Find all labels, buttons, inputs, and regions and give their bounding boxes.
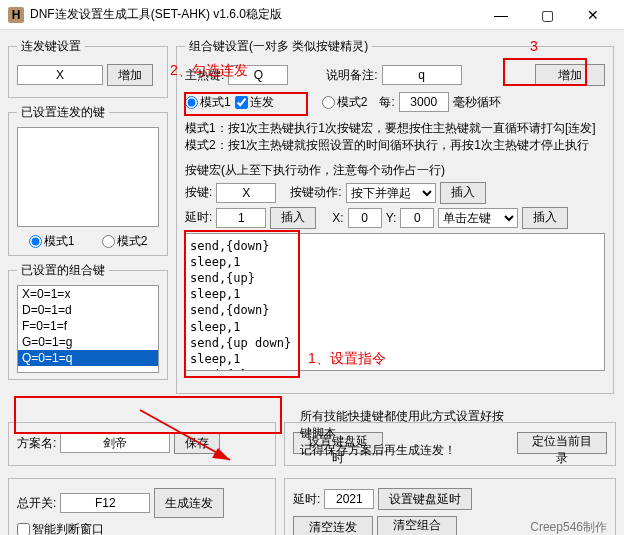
group-combo-title: 已设置的组合键 (17, 262, 109, 279)
list-item[interactable]: X=0=1=x (18, 286, 158, 302)
macro-label: 按键宏(从上至下执行动作，注意每个动作占一行) (185, 162, 605, 179)
group-hotkey: 连发键设置 增加 (8, 38, 168, 98)
year-input[interactable] (324, 489, 374, 509)
main-key-label: 主热键: (185, 67, 224, 84)
list-item[interactable]: G=0=1=g (18, 334, 158, 350)
group-right-bottom1: 设置键盘延时 定位当前目录 (284, 422, 616, 466)
key-input[interactable] (216, 183, 276, 203)
group-combo-keys: 已设置的组合键 X=0=1=xD=0=1=dF=0=1=fG=0=1=gQ=0=… (8, 262, 168, 380)
group-set-keys: 已设置连发的键 模式1 模式2 (8, 104, 168, 256)
generate-button[interactable]: 生成连发 (154, 488, 224, 518)
bottom-delay-label: 延时: (293, 491, 320, 508)
x-input[interactable] (348, 208, 382, 228)
hotkey-input[interactable] (17, 65, 103, 85)
list-item[interactable]: D=0=1=d (18, 302, 158, 318)
radio-combo-mode1[interactable]: 模式1 (185, 94, 231, 111)
save-button[interactable]: 保存 (174, 432, 220, 454)
group-hotkey-title: 连发键设置 (17, 38, 85, 55)
clear-repeat-button[interactable]: 清空连发 (293, 516, 373, 535)
insert-click-button[interactable]: 插入 (522, 207, 568, 229)
list-item[interactable]: F=0=1=f (18, 318, 158, 334)
insert-action-button[interactable]: 插入 (440, 182, 486, 204)
minimize-button[interactable]: — (478, 0, 524, 30)
key-label: 按键: (185, 184, 212, 201)
x-label: X: (332, 211, 343, 225)
delay-input[interactable] (216, 208, 266, 228)
insert-delay-button[interactable]: 插入 (270, 207, 316, 229)
click-select[interactable]: 单击左键 (438, 208, 518, 228)
action-select[interactable]: 按下并弹起 (346, 183, 436, 203)
checkbox-smart[interactable]: 智能判断窗口 (17, 521, 104, 535)
y-label: Y: (386, 211, 397, 225)
switch-input[interactable] (60, 493, 150, 513)
help-text: 模式1：按1次主热键执行1次按键宏，要想按住主热键就一直循环请打勾[连发] 模式… (185, 120, 605, 154)
radio-combo-mode2[interactable]: 模式2 (322, 94, 368, 111)
every-label: 每: (379, 94, 394, 111)
main-key-input[interactable] (228, 65, 288, 85)
script-textarea[interactable]: send,{down}sleep,1send,{up}sleep,1send,{… (185, 233, 605, 371)
group-switch: 总开关: 生成连发 智能判断窗口 (8, 478, 276, 535)
close-button[interactable]: ✕ (570, 0, 616, 30)
combo-listbox[interactable]: X=0=1=xD=0=1=dF=0=1=fG=0=1=gQ=0=1=q (17, 285, 159, 373)
group-combo-settings-title: 组合键设置(一对多 类似按键精灵) (185, 38, 372, 55)
desc-label: 说明备注: (326, 67, 377, 84)
desc-input[interactable] (382, 65, 462, 85)
titlebar: H DNF连发设置生成工具(SET-AHK) v1.6.0稳定版 — ▢ ✕ (0, 0, 624, 30)
group-plan: 方案名: 保存 (8, 422, 276, 466)
credit-label: Creep546制作 (530, 519, 607, 536)
group-set-title: 已设置连发的键 (17, 104, 109, 121)
kbdelay-button-2[interactable]: 设置键盘延时 (378, 488, 472, 510)
switch-label: 总开关: (17, 495, 56, 512)
app-icon: H (8, 7, 24, 23)
clear-combo-button[interactable]: 清空组合键 (377, 516, 457, 535)
maximize-button[interactable]: ▢ (524, 0, 570, 30)
list-item[interactable]: Q=0=1=q (18, 350, 158, 366)
radio-mode1[interactable]: 模式1 (29, 233, 75, 250)
plan-input[interactable] (60, 433, 170, 453)
group-combo-settings: 组合键设置(一对多 类似按键精灵) 主热键: 说明备注: 增加 模式1 连发 模… (176, 38, 614, 394)
interval-unit: 毫秒循环 (453, 94, 501, 111)
curdir-button[interactable]: 定位当前目录 (517, 432, 607, 454)
action-label: 按键动作: (290, 184, 341, 201)
radio-mode2[interactable]: 模式2 (102, 233, 148, 250)
y-input[interactable] (400, 208, 434, 228)
add-hotkey-button[interactable]: 增加 (107, 64, 153, 86)
set-keys-listbox[interactable] (17, 127, 159, 227)
window-title: DNF连发设置生成工具(SET-AHK) v1.6.0稳定版 (30, 6, 478, 23)
group-right-bottom2: 延时: 设置键盘延时 清空连发 清空组合键 Creep546制作 (284, 478, 616, 535)
interval-input[interactable] (399, 92, 449, 112)
delay-label: 延时: (185, 209, 212, 226)
checkbox-repeat[interactable]: 连发 (235, 94, 274, 111)
kbdelay-button[interactable]: 设置键盘延时 (293, 432, 383, 454)
add-combo-button[interactable]: 增加 (535, 64, 605, 86)
plan-label: 方案名: (17, 435, 56, 452)
